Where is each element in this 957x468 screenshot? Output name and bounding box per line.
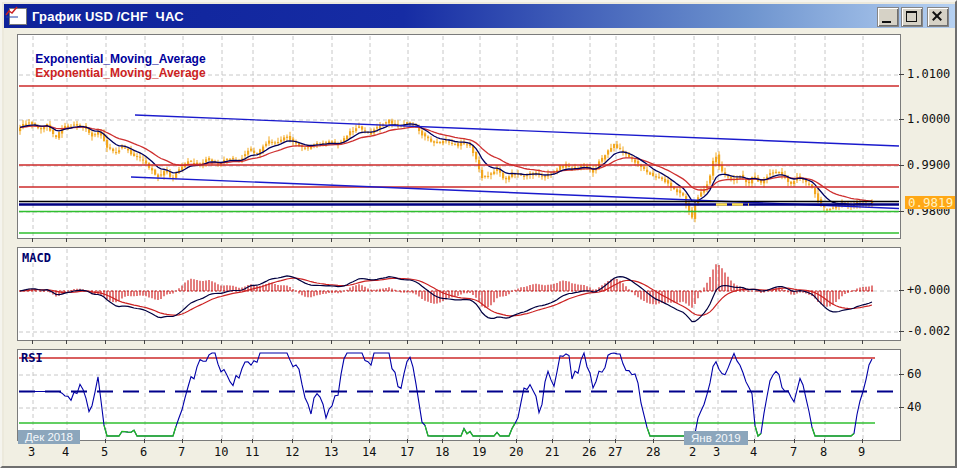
day-tick-mark	[552, 238, 553, 242]
day-tick-mark	[105, 238, 106, 242]
day-tick-mark	[717, 340, 718, 344]
day-tick-mark	[252, 439, 253, 443]
x-tick-label: 10	[214, 446, 228, 459]
day-tick-mark	[369, 340, 370, 344]
day-tick-mark	[693, 340, 694, 344]
x-tick-label: 11	[245, 446, 259, 459]
day-tick-mark	[794, 340, 795, 344]
x-tick-label: 3	[713, 446, 720, 459]
ema-legend-blue: Exponential_Moving_Average	[35, 52, 205, 66]
day-tick-mark	[693, 238, 694, 242]
day-tick-mark	[516, 439, 517, 443]
day-tick-mark	[589, 439, 590, 443]
macd-tick-label: +0.000	[907, 284, 950, 297]
day-tick-mark	[252, 238, 253, 242]
day-tick-mark	[794, 439, 795, 443]
day-tick-mark	[407, 340, 408, 344]
price-tick-mark	[899, 74, 904, 75]
x-tick-label: 17	[400, 446, 414, 459]
day-tick-mark	[442, 340, 443, 344]
x-tick-label: 20	[509, 446, 523, 459]
price-tick-label: 1.0100	[907, 68, 950, 81]
x-tick-label: 14	[362, 446, 376, 459]
day-tick-mark	[717, 238, 718, 242]
day-tick-mark	[615, 238, 616, 242]
day-tick-mark	[221, 340, 222, 344]
day-tick-mark	[182, 238, 183, 242]
maximize-button[interactable]	[901, 7, 923, 27]
day-tick-mark	[407, 439, 408, 443]
x-tick-label: 2	[689, 446, 696, 459]
x-tick-label: 4	[750, 446, 757, 459]
x-tick-label: 5	[101, 446, 108, 459]
x-tick-label: 28	[646, 446, 660, 459]
chart-window: График USD /CHF ЧАС Exponential_Moving_A…	[0, 0, 957, 468]
day-tick-mark	[292, 439, 293, 443]
window-title: График USD /CHF ЧАС	[32, 9, 184, 24]
day-tick-mark	[369, 238, 370, 242]
day-tick-mark	[252, 340, 253, 344]
rsi-tick-mark	[899, 374, 904, 375]
day-tick-mark	[862, 439, 863, 443]
rsi-tick-label: 60	[907, 368, 921, 381]
day-tick-mark	[615, 439, 616, 443]
price-tick-mark	[899, 211, 904, 212]
day-tick-mark	[331, 238, 332, 242]
x-tick-label: 27	[608, 446, 622, 459]
day-tick-mark	[66, 340, 67, 344]
day-tick-mark	[552, 340, 553, 344]
rsi-panel[interactable]	[17, 349, 901, 441]
macd-tick-label: -0.002	[907, 325, 950, 338]
day-tick-mark	[182, 340, 183, 344]
x-tick-label: 21	[545, 446, 559, 459]
day-tick-mark	[824, 238, 825, 242]
day-tick-mark	[292, 238, 293, 242]
minimize-button[interactable]	[877, 7, 899, 27]
x-tick-label: 13	[324, 446, 338, 459]
day-tick-mark	[794, 238, 795, 242]
day-tick-mark	[442, 439, 443, 443]
day-tick-mark	[479, 439, 480, 443]
day-tick-mark	[221, 238, 222, 242]
day-tick-mark	[754, 439, 755, 443]
price-tick-mark	[899, 165, 904, 166]
macd-tick-mark	[899, 290, 904, 291]
day-tick-mark	[144, 439, 145, 443]
day-tick-mark	[589, 238, 590, 242]
month-badge-dec: Дек 2018	[18, 430, 80, 444]
macd-panel[interactable]	[17, 247, 901, 341]
day-tick-mark	[862, 238, 863, 242]
day-tick-mark	[754, 238, 755, 242]
x-tick-label: 7	[178, 446, 185, 459]
day-tick-mark	[105, 340, 106, 344]
price-tick-mark	[899, 119, 904, 120]
close-button[interactable]	[927, 7, 949, 27]
rsi-label: RSI	[21, 351, 43, 365]
macd-tick-mark	[899, 331, 904, 332]
x-tick-label: 18	[435, 446, 449, 459]
macd-label: MACD	[22, 251, 51, 265]
day-tick-mark	[552, 439, 553, 443]
price-tick-label: 1.0000	[907, 113, 950, 126]
day-tick-mark	[589, 340, 590, 344]
day-tick-mark	[479, 238, 480, 242]
day-tick-mark	[331, 439, 332, 443]
day-tick-mark	[516, 238, 517, 242]
x-tick-label: 6	[140, 446, 147, 459]
day-tick-mark	[292, 340, 293, 344]
day-tick-mark	[221, 439, 222, 443]
day-tick-mark	[653, 439, 654, 443]
day-tick-mark	[105, 439, 106, 443]
chart-icon	[9, 8, 27, 25]
current-price-badge: 0.9819	[905, 196, 956, 209]
day-tick-mark	[407, 238, 408, 242]
title-bar[interactable]: График USD /CHF ЧАС	[4, 4, 955, 28]
x-tick-label: 7	[790, 446, 797, 459]
day-tick-mark	[442, 238, 443, 242]
day-tick-mark	[144, 238, 145, 242]
day-tick-mark	[653, 340, 654, 344]
price-tick-label: 0.9900	[907, 159, 950, 172]
day-tick-mark	[653, 238, 654, 242]
x-tick-label: 9	[858, 446, 865, 459]
day-tick-mark	[754, 340, 755, 344]
